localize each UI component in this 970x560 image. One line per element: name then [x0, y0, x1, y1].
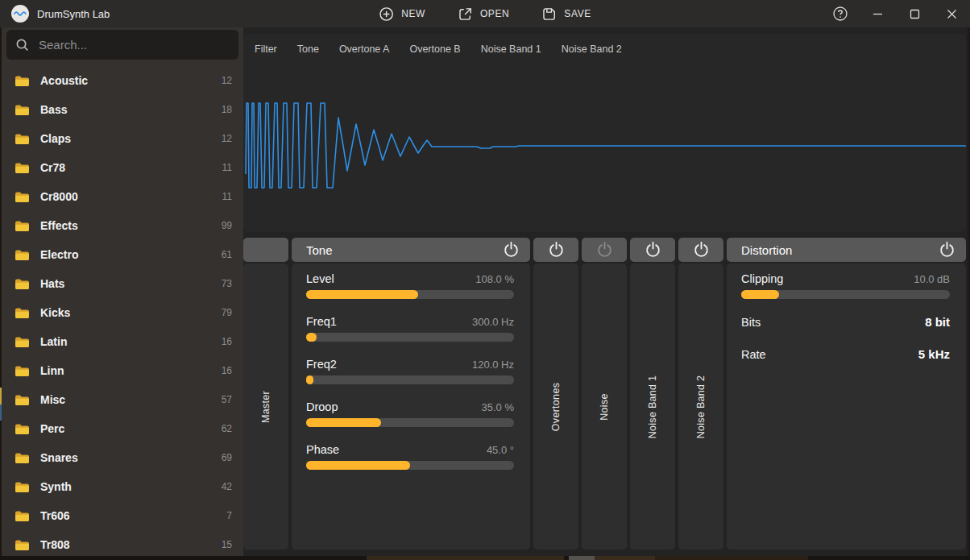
sidebar-folder-item[interactable]: Cr8000 11: [2, 182, 243, 211]
maximize-button[interactable]: [896, 0, 933, 27]
waveform-display: [243, 53, 966, 232]
sidebar-folder-item[interactable]: Hats 73: [2, 269, 243, 298]
parameter-value: 35.0 %: [482, 401, 514, 413]
folder-name: Claps: [40, 132, 71, 145]
sidebar-folder-item[interactable]: Bass 18: [2, 95, 243, 124]
sidebar-folder-item[interactable]: Tr606 7: [2, 501, 243, 530]
open-button[interactable]: OPEN: [456, 3, 511, 25]
parameter-slider[interactable]: [306, 375, 514, 384]
folder-count-badge: 15: [222, 539, 232, 550]
folder-name: Misc: [40, 393, 65, 406]
module-column-label: Overtones: [550, 382, 562, 430]
folder-count-badge: 16: [222, 365, 232, 376]
sidebar-folder-item[interactable]: Acoustic 12: [2, 66, 243, 95]
master-panel: Master: [243, 238, 288, 550]
folder-name: Cr8000: [40, 190, 78, 203]
parameter-slider[interactable]: [306, 418, 514, 427]
sidebar-folder-item[interactable]: Latin 16: [2, 327, 243, 356]
distortion-panel-header: Distortion: [727, 238, 966, 262]
parameter-name: Clipping: [741, 272, 783, 285]
sidebar-folder-item[interactable]: Electro 61: [2, 240, 243, 269]
app-title: DrumSynth Lab: [37, 8, 110, 20]
folder-count-badge: 42: [222, 481, 232, 492]
parameter-slider[interactable]: [306, 333, 514, 342]
window-controls: [822, 0, 970, 27]
desktop-edge-left: [0, 27, 2, 560]
module-power-button[interactable]: [596, 242, 613, 259]
save-button[interactable]: SAVE: [540, 3, 593, 25]
folder-name: Tr808: [40, 538, 70, 551]
module-column-noise-band-1: Noise Band 1: [630, 238, 675, 550]
sidebar-folder-item[interactable]: Cr78 11: [2, 153, 243, 182]
tone-panel-header: Tone: [292, 238, 530, 262]
folder-icon: [15, 423, 30, 435]
parameter-slider[interactable]: [741, 290, 950, 299]
minimize-button[interactable]: [859, 0, 896, 27]
folder-icon: [15, 162, 30, 174]
parameter-slider[interactable]: [306, 461, 514, 470]
parameter-value: 10.0 dB: [914, 273, 950, 285]
sidebar-folder-item[interactable]: Claps 12: [2, 124, 243, 153]
module-column-body: Noise Band 1: [630, 263, 675, 550]
folder-icon: [15, 278, 30, 290]
folder-count-badge: 11: [222, 162, 232, 173]
folder-icon: [15, 220, 30, 232]
folder-name: Hats: [40, 277, 64, 290]
save-floppy-icon: [541, 6, 557, 22]
module-power-button[interactable]: [548, 242, 565, 259]
module-column-body: Noise: [582, 263, 627, 550]
sidebar-folder-item[interactable]: Tr808 15: [2, 530, 243, 559]
module-column-header: [582, 238, 627, 262]
sidebar-folder-item[interactable]: Perc 62: [2, 414, 243, 443]
tone-power-button[interactable]: [503, 242, 520, 259]
module-column-header: [630, 238, 675, 262]
slider-fill: [306, 418, 381, 427]
desktop-edge-segment: [595, 556, 655, 560]
desktop-edge-bottom: [0, 556, 970, 560]
sidebar-folder-item[interactable]: Effects 99: [2, 211, 243, 240]
sidebar-folder-item[interactable]: Synth 42: [2, 472, 243, 501]
titlebar-actions: NEW OPEN SAVE: [377, 3, 593, 25]
close-icon: [947, 9, 957, 19]
waveform-panel: Filter Tone Overtone A Overtone B Noise …: [243, 34, 966, 232]
desktop-edge-segment: [569, 556, 595, 560]
help-button[interactable]: [822, 0, 859, 27]
folder-count-badge: 11: [222, 191, 232, 202]
folder-name: Effects: [40, 219, 78, 232]
search-input[interactable]: [37, 37, 238, 52]
parameter-value: 5 kHz: [918, 347, 950, 361]
folder-count-badge: 18: [222, 104, 232, 115]
parameter-name: Bits: [741, 316, 761, 329]
master-panel-body: Master: [243, 263, 288, 550]
parameter-value: 300.0 Hz: [472, 316, 514, 328]
module-column-header: [533, 238, 578, 262]
module-power-button[interactable]: [693, 242, 710, 259]
parameter-slider[interactable]: [306, 290, 514, 299]
open-button-label: OPEN: [480, 8, 509, 19]
folder-count-badge: 12: [222, 133, 232, 144]
slider-fill: [306, 375, 313, 384]
folder-icon: [15, 191, 30, 203]
parameter-row: Droop 35.0 %: [306, 400, 514, 427]
parameter-row[interactable]: Rate 5 kHz: [741, 347, 950, 361]
folder-icon: [15, 510, 30, 522]
sidebar-folder-item[interactable]: Snares 69: [2, 443, 243, 472]
new-button[interactable]: NEW: [377, 3, 427, 25]
distortion-power-button[interactable]: [939, 242, 955, 259]
desktop-edge-segment: [655, 556, 808, 560]
module-column-label: Noise Band 1: [647, 375, 658, 438]
close-button[interactable]: [933, 0, 970, 27]
module-power-button[interactable]: [645, 242, 661, 259]
sidebar-folder-item[interactable]: Kicks 79: [2, 298, 243, 327]
sidebar-folder-item[interactable]: Linn 16: [2, 356, 243, 385]
parameter-row[interactable]: Bits 8 bit: [741, 315, 950, 329]
parameter-row: Freq2 120.0 Hz: [306, 358, 514, 384]
module-column-label: Noise Band 2: [695, 375, 707, 438]
desktop-edge-segment: [367, 556, 564, 560]
folder-icon: [15, 365, 30, 377]
desktop-sliver-yellow: [0, 388, 2, 404]
help-icon: [832, 6, 848, 22]
sidebar-folder-item[interactable]: Misc 57: [2, 385, 243, 414]
parameter-row: Freq1 300.0 Hz: [306, 315, 514, 342]
folder-icon: [15, 539, 30, 551]
